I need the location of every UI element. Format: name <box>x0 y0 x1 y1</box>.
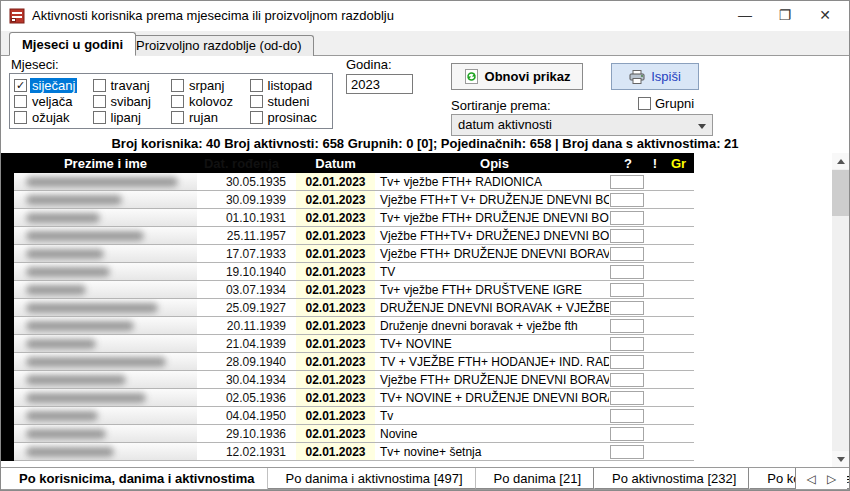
month-checkbox-label[interactable]: rujan <box>187 110 220 125</box>
scroll-up-arrow[interactable] <box>832 153 849 169</box>
month-checkbox-label[interactable]: travanj <box>109 78 152 93</box>
month-checkbox-item[interactable]: prosinac <box>250 110 329 125</box>
question-input[interactable] <box>610 373 644 387</box>
month-checkbox-box[interactable] <box>171 95 184 108</box>
month-checkbox-item[interactable]: kolovoz <box>171 94 250 109</box>
month-checkbox-item[interactable]: listopad <box>250 78 329 93</box>
table-row[interactable]: 25.09.1927 02.01.2023 DRUŽENJE DNEVNI BO… <box>1 299 694 317</box>
vertical-scrollbar[interactable] <box>832 153 849 467</box>
table-row[interactable]: 20.11.1939 02.01.2023 Druženje dnevni bo… <box>1 317 694 335</box>
question-input[interactable] <box>610 175 644 189</box>
month-checkbox-box[interactable] <box>14 111 27 124</box>
maximize-button[interactable]: ❐ <box>767 1 803 30</box>
question-input[interactable] <box>610 265 644 279</box>
month-checkbox-label[interactable]: studeni <box>266 94 312 109</box>
row-gutter <box>1 173 14 191</box>
month-checkbox-label[interactable]: veljača <box>30 94 74 109</box>
month-checkbox-box[interactable] <box>250 111 263 124</box>
question-input[interactable] <box>610 247 644 261</box>
question-input[interactable] <box>610 355 644 369</box>
question-input[interactable] <box>610 391 644 405</box>
bottom-tab[interactable]: Po korisnicima, danima i aktivnostima <box>1 468 268 489</box>
month-checkbox-label[interactable]: srpanj <box>187 78 226 93</box>
month-checkbox-item[interactable]: rujan <box>171 110 250 125</box>
month-checkbox-label[interactable]: lipanj <box>109 110 143 125</box>
question-input[interactable] <box>610 319 644 333</box>
grupni-checkbox[interactable]: Grupni <box>638 96 694 111</box>
table-row[interactable]: 25.11.1957 02.01.2023 Vježbe FTH+TV+ DRU… <box>1 227 694 245</box>
minimize-button[interactable]: — <box>727 1 763 30</box>
table-row[interactable]: 28.09.1940 02.01.2023 TV + VJEŽBE FTH+ H… <box>1 353 694 371</box>
scroll-down-arrow[interactable] <box>832 451 849 467</box>
group-cell <box>663 425 694 443</box>
table-row[interactable]: 19.10.1940 02.01.2023 TV <box>1 263 694 281</box>
scrollbar-thumb[interactable] <box>832 170 849 216</box>
month-checkbox-item[interactable]: ožujak <box>14 110 93 125</box>
question-input[interactable] <box>610 283 644 297</box>
month-checkbox-item[interactable]: ✓ siječanj <box>14 78 93 93</box>
table-row[interactable]: 29.10.1936 02.01.2023 Novine <box>1 425 694 443</box>
month-checkbox-label[interactable]: listopad <box>266 78 315 93</box>
month-checkbox-label[interactable]: svibanj <box>109 94 153 109</box>
table-row[interactable]: 30.09.1939 02.01.2023 Vježbe FTH+T V+ DR… <box>1 191 694 209</box>
table-row[interactable]: 30.05.1935 02.01.2023 Tv+ vježbe FTH+ RA… <box>1 173 694 191</box>
month-checkbox-label[interactable]: ožujak <box>30 110 72 125</box>
group-cell <box>663 371 694 389</box>
question-input[interactable] <box>610 337 644 351</box>
name-cell <box>14 299 197 317</box>
birth-date-cell: 04.04.1950 <box>197 407 296 425</box>
bottom-tab[interactable]: Po danima i aktivnostima [497] <box>268 468 476 489</box>
tab-proizvoljno-razdoblje[interactable]: Proizvoljno razdoblje (od-do) <box>123 35 314 56</box>
table-row[interactable]: 03.07.1934 02.01.2023 Tv+ vježbe FTH+ DR… <box>1 281 694 299</box>
grupni-checkbox-box[interactable] <box>638 97 651 110</box>
month-checkbox-item[interactable]: lipanj <box>93 110 172 125</box>
question-input[interactable] <box>610 301 644 315</box>
bottom-tab[interactable]: Po danima [21] <box>476 468 594 489</box>
month-checkbox-item[interactable]: svibanj <box>93 94 172 109</box>
tab-scroll-right-icon[interactable]: ▷ <box>827 472 836 486</box>
question-input[interactable] <box>610 229 644 243</box>
month-checkbox-item[interactable]: veljača <box>14 94 93 109</box>
table-row[interactable]: 21.04.1939 02.01.2023 TV+ NOVINE <box>1 335 694 353</box>
title-bar: Aktivnosti korisnika prema mjesecima ili… <box>1 1 849 31</box>
question-input[interactable] <box>610 445 644 459</box>
tab-scroll-left-icon[interactable]: ◁ <box>807 472 816 486</box>
table-row[interactable]: 17.07.1933 02.01.2023 Vježbe FTH+ DRUŽEN… <box>1 245 694 263</box>
month-checkbox-label[interactable]: siječanj <box>30 78 77 93</box>
month-checkbox-item[interactable]: travanj <box>93 78 172 93</box>
tab-mjeseci-u-godini[interactable]: Mjeseci u godini <box>9 32 136 56</box>
question-input[interactable] <box>610 211 644 225</box>
table-row[interactable]: 30.04.1934 02.01.2023 Vježbe FTH+ DRUŽEN… <box>1 371 694 389</box>
group-cell <box>663 317 694 335</box>
month-checkbox-box[interactable] <box>250 79 263 92</box>
year-input[interactable] <box>346 74 413 94</box>
month-checkbox-box[interactable] <box>14 95 27 108</box>
month-checkbox-box[interactable] <box>93 79 106 92</box>
month-checkbox-box[interactable]: ✓ <box>14 79 27 92</box>
month-checkbox-item[interactable]: studeni <box>250 94 329 109</box>
table-row[interactable]: 01.10.1931 02.01.2023 Tv+ vježbe FTH+ DR… <box>1 209 694 227</box>
table-row[interactable]: 02.05.1936 02.01.2023 TV+ NOVINE + DRUŽE… <box>1 389 694 407</box>
bottom-tab[interactable]: Po aktivnostima [232] <box>594 468 749 489</box>
month-checkbox-item[interactable]: srpanj <box>171 78 250 93</box>
question-input[interactable] <box>610 193 644 207</box>
description-cell: Tv <box>375 407 609 425</box>
table-row[interactable]: 04.04.1950 02.01.2023 Tv <box>1 407 694 425</box>
question-input[interactable] <box>610 427 644 441</box>
sort-dropdown[interactable]: datum aktivnosti <box>451 114 713 136</box>
redacted-name <box>26 375 126 385</box>
month-checkbox-box[interactable] <box>171 79 184 92</box>
print-button[interactable]: Ispiši <box>611 63 699 90</box>
sort-dropdown-value: datum aktivnosti <box>458 117 552 132</box>
close-button[interactable]: ✕ <box>807 1 843 30</box>
month-checkbox-box[interactable] <box>171 111 184 124</box>
month-checkbox-label[interactable]: kolovoz <box>187 94 235 109</box>
month-checkbox-box[interactable] <box>250 95 263 108</box>
table-row[interactable]: 12.02.1931 02.01.2023 Tv+ novine+ šetnja <box>1 443 694 461</box>
month-checkbox-label[interactable]: prosinac <box>266 110 319 125</box>
activity-date-cell: 02.01.2023 <box>296 227 375 245</box>
question-input[interactable] <box>610 409 644 423</box>
refresh-button[interactable]: Obnovi prikaz <box>451 63 583 90</box>
month-checkbox-box[interactable] <box>93 111 106 124</box>
month-checkbox-box[interactable] <box>93 95 106 108</box>
